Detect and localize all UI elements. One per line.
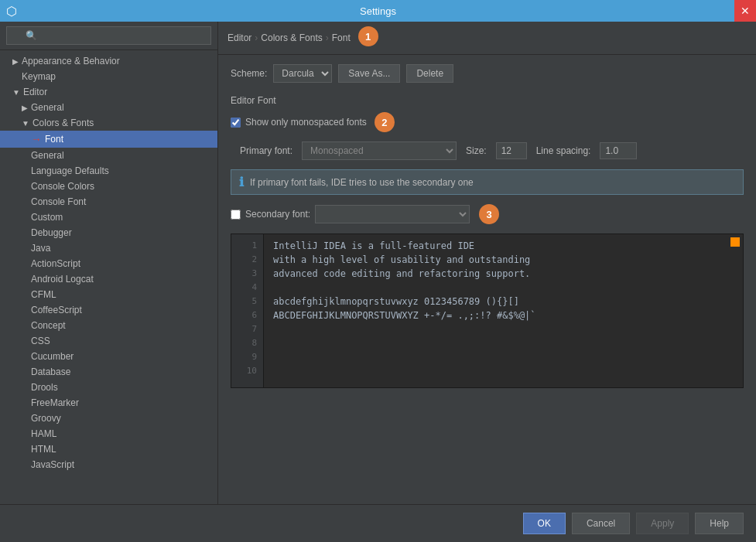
code-line: abcdefghijklmnopqrstuvwxyz 0123456789 ()… xyxy=(273,295,734,308)
sidebar-item-colors-fonts[interactable]: ▼ Colors & Fonts xyxy=(0,115,217,131)
line-spacing-input[interactable] xyxy=(600,142,637,159)
sidebar-item-label: Android Logcat xyxy=(31,274,94,285)
size-input[interactable] xyxy=(496,142,527,159)
sidebar-item-appearance-behavior[interactable]: ▶ Appearance & Behavior xyxy=(0,53,217,69)
breadcrumb-part-1: Editor xyxy=(227,32,251,43)
secondary-font-select[interactable] xyxy=(315,205,470,223)
right-panel: Editor › Colors & Fonts › Font 1 Scheme:… xyxy=(218,22,756,504)
sidebar-item-label: General xyxy=(31,150,64,161)
window-title: Settings xyxy=(360,5,396,17)
sidebar-item-custom[interactable]: Custom xyxy=(0,210,217,225)
gutter-line: 4 xyxy=(231,281,257,295)
sidebar-item-label: CoffeeScript xyxy=(31,305,82,315)
sidebar-item-android-logcat[interactable]: Android Logcat xyxy=(0,271,217,287)
sidebar-item-drools[interactable]: Drools xyxy=(0,380,217,395)
sidebar-item-html[interactable]: HTML xyxy=(0,441,217,457)
sidebar-item-database[interactable]: Database xyxy=(0,364,217,380)
save-as-button[interactable]: Save As... xyxy=(338,64,400,83)
close-button[interactable]: ✕ xyxy=(734,0,756,22)
sidebar-item-label: Drools xyxy=(31,382,58,393)
info-message: ℹ If primary font fails, IDE tries to us… xyxy=(231,169,744,195)
code-line xyxy=(273,322,734,336)
help-button[interactable]: Help xyxy=(695,513,744,534)
gutter-line: 2 xyxy=(231,253,257,267)
size-label: Size: xyxy=(466,145,487,156)
preview-code: IntelliJ IDEA is a full-featured IDE wit… xyxy=(264,234,743,387)
scheme-label: Scheme: xyxy=(231,68,267,79)
code-line: ABCDEFGHIJKLMNOPQRSTUVWXYZ +-*/= .,;:!? … xyxy=(273,308,734,322)
main-container: ▶ Appearance & Behavior Keymap ▼ Editor … xyxy=(0,22,756,542)
arrow-icon: → xyxy=(31,133,42,145)
cancel-button[interactable]: Cancel xyxy=(572,513,630,534)
sidebar-item-javascript[interactable]: JavaScript xyxy=(0,457,217,472)
secondary-font-row: Secondary font: 3 xyxy=(231,204,744,224)
sidebar-item-language-defaults[interactable]: Language Defaults xyxy=(0,163,217,179)
code-line xyxy=(273,281,734,295)
sidebar-item-general2[interactable]: General xyxy=(0,148,217,163)
toggle-icon: ▼ xyxy=(22,119,29,128)
sidebar-item-label: Groovy xyxy=(31,413,61,424)
sidebar-item-css[interactable]: CSS xyxy=(0,333,217,349)
apply-button[interactable]: Apply xyxy=(636,513,689,534)
editor-font-section-header: Editor Font xyxy=(231,95,744,106)
preview-gutter: 1 2 3 4 5 6 7 8 9 10 xyxy=(231,234,264,387)
sidebar-item-cfml[interactable]: CFML xyxy=(0,287,217,302)
sidebar-item-font[interactable]: → Font xyxy=(0,131,217,148)
breadcrumb-part-3: Font xyxy=(332,32,351,43)
ok-button[interactable]: OK xyxy=(523,513,566,534)
sidebar-item-console-font[interactable]: Console Font xyxy=(0,194,217,210)
settings-content: Scheme: Darcula Save As... Delete Editor… xyxy=(218,55,756,504)
sidebar-item-label: Console Colors xyxy=(31,181,94,192)
code-line: IntelliJ IDEA is a full-featured IDE xyxy=(273,239,734,253)
gutter-line: 1 xyxy=(231,239,257,253)
primary-font-row: Primary font: Monospaced Size: Line spac… xyxy=(231,141,744,160)
orange-indicator xyxy=(730,237,740,247)
sidebar-item-haml[interactable]: HAML xyxy=(0,426,217,441)
delete-button[interactable]: Delete xyxy=(406,64,453,83)
sidebar-item-groovy[interactable]: Groovy xyxy=(0,411,217,426)
search-input[interactable] xyxy=(6,26,211,45)
preview-area: 1 2 3 4 5 6 7 8 9 10 IntelliJ IDEA is a … xyxy=(231,234,744,388)
sidebar-item-coffeescript[interactable]: CoffeeScript xyxy=(0,302,217,318)
breadcrumb-sep-1: › xyxy=(255,32,258,43)
sidebar-item-label: Console Font xyxy=(31,196,86,207)
secondary-font-checkbox[interactable] xyxy=(231,210,241,220)
sidebar-item-label: Colors & Fonts xyxy=(32,118,94,128)
sidebar-item-label: Font xyxy=(45,134,63,145)
sidebar-item-label: Appearance & Behavior xyxy=(22,56,120,66)
code-line xyxy=(273,336,734,350)
sidebar-item-cucumber[interactable]: Cucumber xyxy=(0,349,217,364)
sidebar-item-label: Cucumber xyxy=(31,351,74,362)
primary-font-select[interactable]: Monospaced xyxy=(302,141,457,160)
gutter-line: 6 xyxy=(231,308,257,322)
sidebar-item-label: Keymap xyxy=(22,71,56,82)
sidebar-tree: ▶ Appearance & Behavior Keymap ▼ Editor … xyxy=(0,50,217,504)
sidebar-item-freemarker[interactable]: FreeMarker xyxy=(0,395,217,411)
sidebar-item-console-colors[interactable]: Console Colors xyxy=(0,179,217,194)
gutter-line: 8 xyxy=(231,336,257,350)
sidebar-item-java[interactable]: Java xyxy=(0,240,217,256)
scheme-select[interactable]: Darcula xyxy=(273,64,332,83)
sidebar-item-keymap[interactable]: Keymap xyxy=(0,69,217,84)
secondary-font-label: Secondary font: xyxy=(245,209,310,220)
info-icon: ℹ xyxy=(239,175,244,189)
sidebar-item-label: JavaScript xyxy=(31,459,74,470)
sidebar-item-label: Debugger xyxy=(31,227,72,238)
sidebar-item-editor[interactable]: ▼ Editor xyxy=(0,84,217,100)
sidebar-item-label: CSS xyxy=(31,336,50,346)
gutter-line: 5 xyxy=(231,295,257,308)
breadcrumb-sep-2: › xyxy=(326,32,329,43)
sidebar-item-general[interactable]: ▶ General xyxy=(0,100,217,115)
sidebar-item-label: HAML xyxy=(31,428,56,439)
sidebar-item-label: ActionScript xyxy=(31,258,80,269)
sidebar-item-label: Concept xyxy=(31,320,66,331)
content-area: ▶ Appearance & Behavior Keymap ▼ Editor … xyxy=(0,22,756,504)
gutter-line: 9 xyxy=(231,350,257,364)
step-badge-3: 3 xyxy=(479,204,499,224)
sidebar-item-actionscript[interactable]: ActionScript xyxy=(0,256,217,271)
sidebar-item-concept[interactable]: Concept xyxy=(0,318,217,333)
toggle-icon: ▶ xyxy=(22,104,28,112)
sidebar-item-label: CFML xyxy=(31,289,56,300)
sidebar-item-debugger[interactable]: Debugger xyxy=(0,225,217,240)
show-monospaced-checkbox[interactable] xyxy=(231,118,241,128)
